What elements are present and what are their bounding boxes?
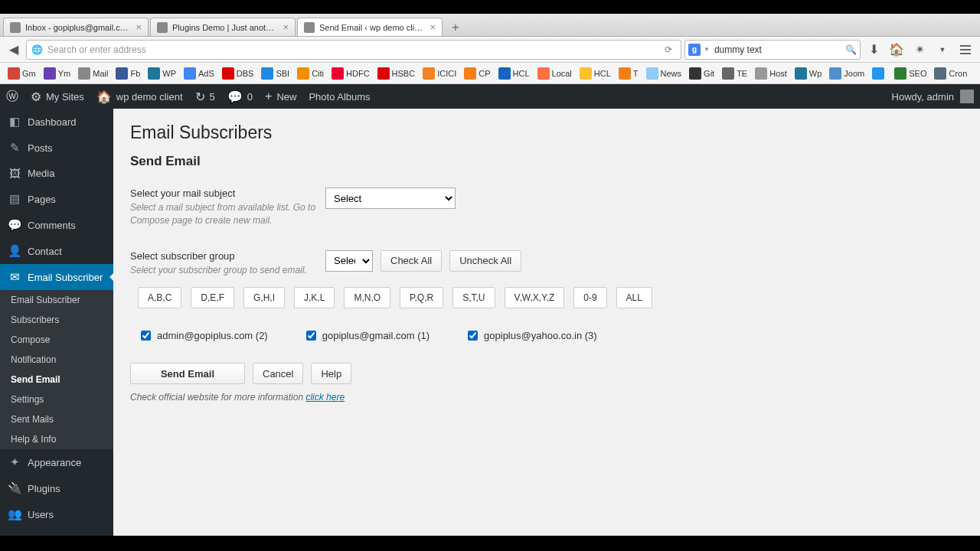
- bookmark-item[interactable]: Local: [534, 67, 575, 80]
- howdy-user[interactable]: Howdy, admin: [892, 91, 954, 103]
- address-bar[interactable]: 🌐 Search or enter address ⟳: [26, 40, 681, 60]
- alpha-filter-button[interactable]: J,K,L: [294, 287, 335, 308]
- bookmark-item[interactable]: Git: [686, 67, 717, 80]
- submenu-item[interactable]: Help & Info: [0, 429, 113, 449]
- sidebar-item[interactable]: ▤Pages: [0, 186, 113, 212]
- mail-subject-select[interactable]: Select: [325, 187, 456, 209]
- sidebar-item[interactable]: 💬Comments: [0, 212, 113, 238]
- downloads-icon[interactable]: ⬇: [864, 40, 884, 60]
- bookmark-icon: [261, 67, 273, 80]
- bookmark-icon: [934, 67, 946, 80]
- home-icon[interactable]: 🏠: [887, 40, 906, 60]
- extension-icon[interactable]: ✴: [910, 40, 929, 60]
- bookmark-item[interactable]: TE: [719, 67, 750, 80]
- alpha-filter-button[interactable]: M,N,O: [344, 287, 390, 308]
- bookmark-item[interactable]: CP: [461, 67, 493, 80]
- subscriber-checkbox-row[interactable]: gopiplus@yahoo.co.in (3): [468, 330, 597, 341]
- bookmark-item[interactable]: Ym: [41, 67, 74, 80]
- comments-count[interactable]: 💬0: [227, 90, 253, 104]
- browser-tab[interactable]: Plugins Demo | Just another W…×: [150, 18, 296, 36]
- alpha-filter-button[interactable]: 0-9: [573, 287, 606, 308]
- help-button[interactable]: Help: [311, 363, 351, 384]
- sidebar-item[interactable]: ✦Appearance: [0, 449, 113, 475]
- search-icon[interactable]: 🔍: [845, 44, 857, 55]
- close-tab-icon[interactable]: ×: [136, 21, 142, 33]
- submenu-item[interactable]: Notification: [0, 350, 113, 370]
- bookmark-item[interactable]: HSBC: [374, 67, 419, 80]
- alpha-filter-button[interactable]: S,T,U: [452, 287, 495, 308]
- bookmark-label: Citi: [312, 69, 324, 78]
- subscriber-checkbox[interactable]: [468, 331, 478, 341]
- browser-tab[interactable]: Inbox - gopiplus@gmail.co…×: [3, 18, 149, 36]
- subscriber-checkbox-row[interactable]: admin@gopiplus.com (2): [141, 330, 268, 341]
- alpha-filter-button[interactable]: G,H,I: [243, 287, 285, 308]
- sidebar-item[interactable]: 🔌Plugins: [0, 475, 113, 501]
- bookmark-item[interactable]: News: [643, 67, 685, 80]
- bookmark-item[interactable]: HCL: [495, 67, 533, 80]
- wp-logo-icon[interactable]: ⓦ: [6, 89, 18, 105]
- submenu-item[interactable]: Sent Mails: [0, 409, 113, 429]
- back-button[interactable]: ◀: [5, 41, 23, 59]
- alpha-filter-button[interactable]: D,E,F: [191, 287, 234, 308]
- bookmark-item[interactable]: SBI: [258, 67, 292, 80]
- submenu-item[interactable]: Subscribers: [0, 310, 113, 330]
- sidebar-item[interactable]: 👤Contact: [0, 238, 113, 264]
- my-sites[interactable]: ⚙My Sites: [31, 90, 84, 104]
- submenu-item[interactable]: Email Subscriber: [0, 290, 113, 310]
- bookmark-item[interactable]: HCL: [577, 67, 614, 80]
- bookmark-item[interactable]: Joom: [826, 67, 867, 80]
- bookmark-item[interactable]: Cron: [931, 67, 970, 80]
- alpha-filter-button[interactable]: A,B,C: [138, 287, 181, 308]
- site-name[interactable]: 🏠wp demo client: [96, 90, 183, 104]
- bookmark-item[interactable]: Host: [752, 67, 790, 80]
- sidebar-item[interactable]: ✎Posts: [0, 135, 113, 161]
- bookmark-item[interactable]: SEO: [891, 67, 929, 80]
- subscriber-checkbox[interactable]: [141, 331, 151, 341]
- subscriber-checkbox-row[interactable]: gopiplus@gmail.com (1): [306, 330, 430, 341]
- photo-albums[interactable]: Photo Albums: [309, 91, 370, 103]
- close-tab-icon[interactable]: ×: [430, 21, 436, 33]
- search-engine-dropdown-icon[interactable]: ▼: [704, 46, 710, 53]
- search-input[interactable]: dummy text: [714, 44, 845, 55]
- bookmark-item[interactable]: AdS: [181, 67, 217, 80]
- bookmark-item[interactable]: Mail: [75, 67, 111, 80]
- hamburger-menu-icon[interactable]: [956, 40, 975, 60]
- bookmark-item[interactable]: [869, 67, 890, 80]
- alpha-filter-button[interactable]: V,W,X,Y,Z: [505, 287, 565, 308]
- dropdown-icon[interactable]: ▼: [933, 40, 952, 60]
- sidebar-item[interactable]: ◧Dashboard: [0, 109, 113, 135]
- updates[interactable]: ↻5: [195, 90, 215, 104]
- avatar[interactable]: [960, 90, 974, 103]
- bookmark-item[interactable]: HDFC: [328, 67, 373, 80]
- search-box[interactable]: g ▼ dummy text 🔍: [684, 40, 861, 60]
- submenu-item[interactable]: Compose: [0, 330, 113, 350]
- new-tab-button[interactable]: +: [447, 19, 464, 36]
- browser-tab[interactable]: Send Email ‹ wp demo client —…×: [297, 18, 443, 36]
- send-email-button[interactable]: Send Email: [130, 363, 245, 384]
- subscriber-checkbox[interactable]: [306, 331, 316, 341]
- uncheck-all-button[interactable]: Uncheck All: [449, 250, 521, 272]
- subscriber-email: admin@gopiplus.com (2): [157, 330, 268, 341]
- close-tab-icon[interactable]: ×: [283, 21, 289, 33]
- cancel-button[interactable]: Cancel: [253, 363, 303, 384]
- sidebar-item[interactable]: 👥Users: [0, 501, 113, 527]
- click-here-link[interactable]: click here: [305, 392, 345, 403]
- bookmark-item[interactable]: ICICI: [420, 67, 459, 80]
- bookmark-item[interactable]: WP: [145, 67, 179, 80]
- submenu-item[interactable]: Send Email: [0, 370, 113, 390]
- bookmark-item[interactable]: Gm: [5, 67, 39, 80]
- reload-icon[interactable]: ⟳: [661, 42, 676, 57]
- submenu-item[interactable]: Settings: [0, 390, 113, 409]
- sidebar-item[interactable]: 🖾Media: [0, 161, 113, 186]
- alpha-filter-button[interactable]: P,Q,R: [400, 287, 443, 308]
- bookmark-item[interactable]: Citi: [294, 67, 327, 80]
- alpha-filter-button[interactable]: ALL: [616, 287, 652, 308]
- bookmark-item[interactable]: Wp: [792, 67, 825, 80]
- bookmark-item[interactable]: DBS: [219, 67, 257, 80]
- bookmark-item[interactable]: Fb: [113, 67, 143, 80]
- bookmark-item[interactable]: T: [616, 67, 642, 80]
- subscriber-group-select[interactable]: Select: [325, 250, 373, 272]
- new-content[interactable]: +New: [265, 90, 296, 103]
- sidebar-item[interactable]: ✉Email Subscriber: [0, 264, 113, 290]
- check-all-button[interactable]: Check All: [381, 250, 442, 272]
